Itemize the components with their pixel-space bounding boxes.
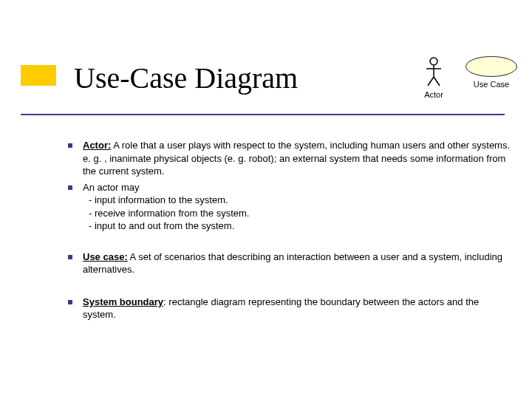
square-bullet-icon xyxy=(68,143,72,148)
bullet-usecase: Use case: A set of scenarios that descri… xyxy=(68,250,511,276)
usecase-symbol: Use Case xyxy=(466,56,517,89)
square-bullet-icon xyxy=(68,185,72,190)
slide-title: Use-Case Diagram xyxy=(74,61,298,95)
bullet-actor-may: An actor may - input information to the … xyxy=(68,181,511,233)
square-bullet-icon xyxy=(68,255,72,259)
term-boundary: System boundary xyxy=(83,296,163,307)
content-area: Actor: A role that a user plays with res… xyxy=(68,139,511,324)
subline: - receive information from the system. xyxy=(89,207,249,220)
stickman-icon xyxy=(423,56,445,87)
term-actor: Actor: xyxy=(83,140,111,151)
rest-usecase: A set of scenarios that describing an in… xyxy=(83,251,502,276)
ellipse-icon xyxy=(466,56,517,77)
bullet-text: System boundary: rectangle diagram repre… xyxy=(83,296,511,321)
subline: - input to and out from the system. xyxy=(89,219,249,233)
bullet-text: An actor may - input information to the … xyxy=(83,181,249,233)
actor-symbol-label: Actor xyxy=(424,90,443,99)
rest-actor: A role that a user plays with respect to… xyxy=(83,140,510,177)
bullet-boundary: System boundary: rectangle diagram repre… xyxy=(68,296,511,321)
bullet-text: Actor: A role that a user plays with res… xyxy=(83,139,511,178)
usecase-symbol-label: Use Case xyxy=(474,80,509,89)
lead-actor-may: An actor may xyxy=(83,181,249,194)
svg-line-4 xyxy=(434,77,440,86)
bullet-actor: Actor: A role that a user plays with res… xyxy=(68,139,511,178)
title-underline xyxy=(21,114,505,115)
legend-symbols: Actor Use Case xyxy=(423,56,517,99)
term-usecase: Use case: xyxy=(83,251,128,262)
svg-line-3 xyxy=(428,77,434,86)
svg-point-0 xyxy=(430,58,437,65)
subline: - input information to the system. xyxy=(89,194,249,207)
actor-symbol: Actor xyxy=(423,56,445,99)
square-bullet-icon xyxy=(68,300,72,304)
accent-bar xyxy=(21,65,56,86)
bullet-text: Use case: A set of scenarios that descri… xyxy=(83,250,511,276)
